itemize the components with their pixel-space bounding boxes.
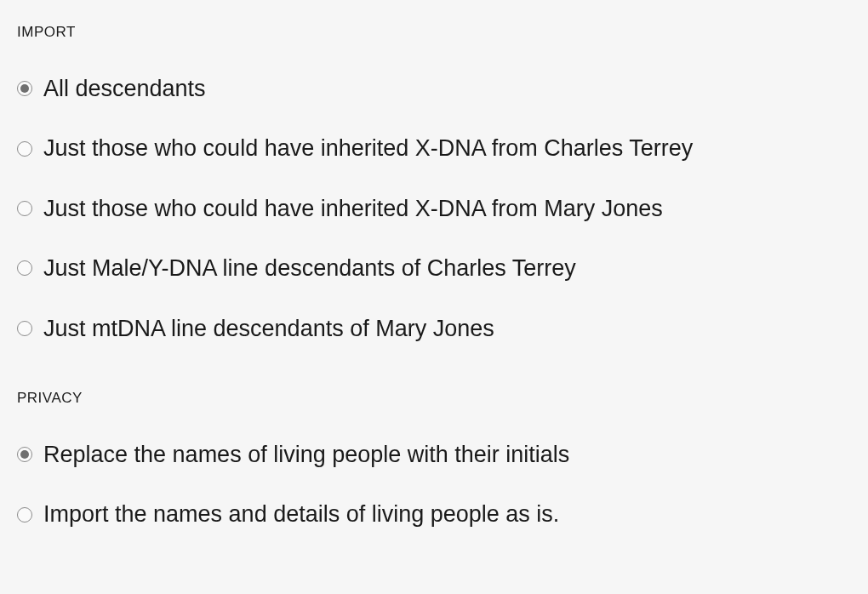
radio-icon: [17, 141, 32, 157]
radio-import-as-is[interactable]: Import the names and details of living p…: [17, 500, 851, 528]
import-section: IMPORT All descendants Just those who co…: [17, 24, 851, 342]
radio-xdna-charles[interactable]: Just those who could have inherited X-DN…: [17, 134, 851, 162]
radio-label: Replace the names of living people with …: [43, 441, 569, 468]
radio-replace-initials[interactable]: Replace the names of living people with …: [17, 441, 851, 468]
radio-icon: [17, 260, 32, 276]
privacy-section: PRIVACY Replace the names of living peop…: [17, 390, 851, 528]
radio-label: All descendants: [43, 75, 206, 102]
radio-icon: [17, 201, 32, 216]
radio-ydna-charles[interactable]: Just Male/Y-DNA line descendants of Char…: [17, 254, 851, 282]
radio-label: Just Male/Y-DNA line descendants of Char…: [43, 254, 576, 282]
radio-icon: [17, 447, 32, 462]
radio-xdna-mary[interactable]: Just those who could have inherited X-DN…: [17, 195, 851, 222]
radio-all-descendants[interactable]: All descendants: [17, 75, 851, 102]
import-header: IMPORT: [17, 24, 851, 41]
radio-label: Just those who could have inherited X-DN…: [43, 195, 663, 222]
privacy-header: PRIVACY: [17, 390, 851, 407]
radio-icon: [17, 507, 32, 523]
radio-label: Import the names and details of living p…: [43, 500, 559, 528]
radio-label: Just mtDNA line descendants of Mary Jone…: [43, 315, 494, 342]
radio-mtdna-mary[interactable]: Just mtDNA line descendants of Mary Jone…: [17, 315, 851, 342]
radio-label: Just those who could have inherited X-DN…: [43, 134, 693, 162]
radio-icon: [17, 81, 32, 96]
radio-icon: [17, 321, 32, 336]
